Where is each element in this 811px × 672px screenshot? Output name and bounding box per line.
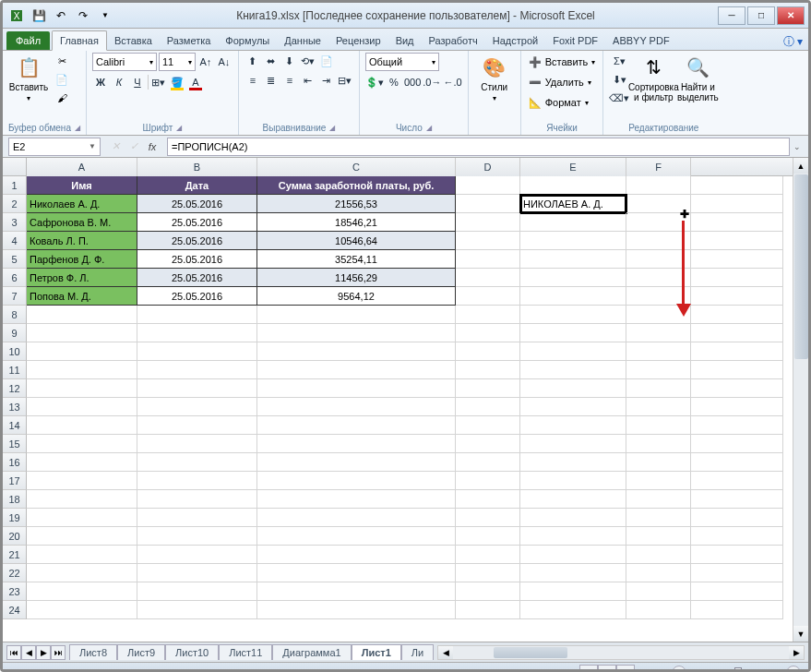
cell-B11[interactable] <box>137 361 257 379</box>
cell-F14[interactable] <box>626 416 691 435</box>
cell-C8[interactable] <box>257 306 456 324</box>
number-launcher-icon[interactable]: ◢ <box>426 124 432 132</box>
cell-B9[interactable] <box>137 324 257 342</box>
cell-C19[interactable] <box>257 509 456 527</box>
cell-D6[interactable] <box>456 269 520 287</box>
cell-A15[interactable] <box>27 435 137 453</box>
row-header[interactable]: 3 <box>3 213 27 232</box>
page-layout-view-icon[interactable]: ▤ <box>598 665 616 673</box>
scroll-down-icon[interactable]: ▼ <box>793 626 808 642</box>
cell-G4[interactable] <box>691 232 783 250</box>
cell-G21[interactable] <box>691 546 783 564</box>
cell-F12[interactable] <box>626 379 691 398</box>
page-break-view-icon[interactable]: ▥ <box>616 665 635 673</box>
align-left-icon[interactable]: ≡ <box>244 72 261 89</box>
cell-B18[interactable] <box>137 490 257 509</box>
cell-E1[interactable] <box>520 176 626 195</box>
cell-C24[interactable] <box>257 601 456 619</box>
row-header[interactable]: 18 <box>3 490 27 509</box>
cell-E24[interactable] <box>520 601 626 619</box>
cell-C20[interactable] <box>257 527 456 546</box>
cell-B6[interactable]: 25.05.2016 <box>137 269 257 287</box>
cell-E17[interactable] <box>520 472 626 490</box>
cell-E21[interactable] <box>520 546 626 564</box>
expand-formula-bar-icon[interactable]: ⌄ <box>790 138 805 156</box>
cell-E2[interactable]: НИКОЛАЕВ А. Д. <box>520 195 626 213</box>
cell-G5[interactable] <box>691 250 783 269</box>
cell-D9[interactable] <box>456 324 520 342</box>
cell-C3[interactable]: 18546,21 <box>257 213 456 232</box>
cell-B21[interactable] <box>137 546 257 564</box>
increase-indent-icon[interactable]: ⇥ <box>318 72 335 89</box>
cell-A23[interactable] <box>27 582 137 601</box>
font-launcher-icon[interactable]: ◢ <box>176 124 182 132</box>
cell-C17[interactable] <box>257 472 456 490</box>
paste-button[interactable]: 📋 Вставить ▾ <box>8 53 49 102</box>
cell-C7[interactable]: 9564,12 <box>257 287 456 306</box>
grow-font-icon[interactable]: A↑ <box>197 54 214 70</box>
italic-button[interactable]: К <box>111 74 127 90</box>
cell-B12[interactable] <box>137 379 257 398</box>
save-icon[interactable]: 💾 <box>29 6 49 26</box>
cell-B1[interactable]: Дата <box>137 176 257 195</box>
cell-E13[interactable] <box>520 398 626 416</box>
cell-E3[interactable] <box>520 213 626 232</box>
cell-A17[interactable] <box>27 472 137 490</box>
cell-D8[interactable] <box>456 306 520 324</box>
cell-E22[interactable] <box>520 564 626 582</box>
cell-F18[interactable] <box>626 490 691 509</box>
cell-F15[interactable] <box>626 435 691 453</box>
cell-C9[interactable] <box>257 324 456 342</box>
delete-cells-button[interactable]: ➖Удалить▾ <box>527 73 593 91</box>
cell-F22[interactable] <box>626 564 691 582</box>
font-name-combo[interactable]: Calibri▾ <box>92 53 157 71</box>
cell-C14[interactable] <box>257 416 456 435</box>
zoom-out-button[interactable]: − <box>672 666 686 673</box>
cell-D13[interactable] <box>456 398 520 416</box>
cell-A9[interactable] <box>27 324 137 342</box>
cell-A3[interactable]: Сафронова В. М. <box>27 213 137 232</box>
cut-icon[interactable]: ✂ <box>53 53 71 69</box>
cell-A8[interactable] <box>27 306 137 324</box>
font-size-combo[interactable]: 11▾ <box>159 53 196 71</box>
cell-D23[interactable] <box>456 582 520 601</box>
cell-E18[interactable] <box>520 490 626 509</box>
cell-G3[interactable] <box>691 213 783 232</box>
cell-B15[interactable] <box>137 435 257 453</box>
cell-A13[interactable] <box>27 398 137 416</box>
cell-G24[interactable] <box>691 601 783 619</box>
cell-G12[interactable] <box>691 379 783 398</box>
wrap-text-icon[interactable]: 📄 <box>318 53 335 69</box>
cell-E14[interactable] <box>520 416 626 435</box>
cell-D10[interactable] <box>456 342 520 361</box>
cell-D16[interactable] <box>456 453 520 472</box>
cell-B4[interactable]: 25.05.2016 <box>137 232 257 250</box>
sheet-tab[interactable]: Ли <box>401 644 434 660</box>
cell-C11[interactable] <box>257 361 456 379</box>
cell-D21[interactable] <box>456 546 520 564</box>
tab-nav-first-icon[interactable]: ⏮ <box>6 645 21 660</box>
tab-nav-prev-icon[interactable]: ◀ <box>21 645 36 660</box>
cell-G2[interactable] <box>691 195 783 213</box>
cell-E10[interactable] <box>520 342 626 361</box>
sheet-tab[interactable]: Лист8 <box>69 644 117 660</box>
row-header[interactable]: 4 <box>3 232 27 250</box>
row-header[interactable]: 11 <box>3 361 27 379</box>
cell-E15[interactable] <box>520 435 626 453</box>
border-icon[interactable]: ⊞▾ <box>150 74 167 90</box>
alignment-launcher-icon[interactable]: ◢ <box>329 124 335 132</box>
scroll-up-icon[interactable]: ▲ <box>793 158 808 174</box>
cell-B20[interactable] <box>137 527 257 546</box>
cell-E6[interactable] <box>520 269 626 287</box>
name-box[interactable]: E2▼ <box>8 138 101 156</box>
cell-B24[interactable] <box>137 601 257 619</box>
row-header[interactable]: 2 <box>3 195 27 213</box>
cell-E12[interactable] <box>520 379 626 398</box>
cell-A7[interactable]: Попова М. Д. <box>27 287 137 306</box>
cell-F11[interactable] <box>626 361 691 379</box>
cell-E8[interactable] <box>520 306 626 324</box>
cell-D18[interactable] <box>456 490 520 509</box>
cell-C12[interactable] <box>257 379 456 398</box>
tab-review[interactable]: Рецензир <box>328 31 388 50</box>
help-icon[interactable]: ⓘ ▾ <box>783 34 803 50</box>
